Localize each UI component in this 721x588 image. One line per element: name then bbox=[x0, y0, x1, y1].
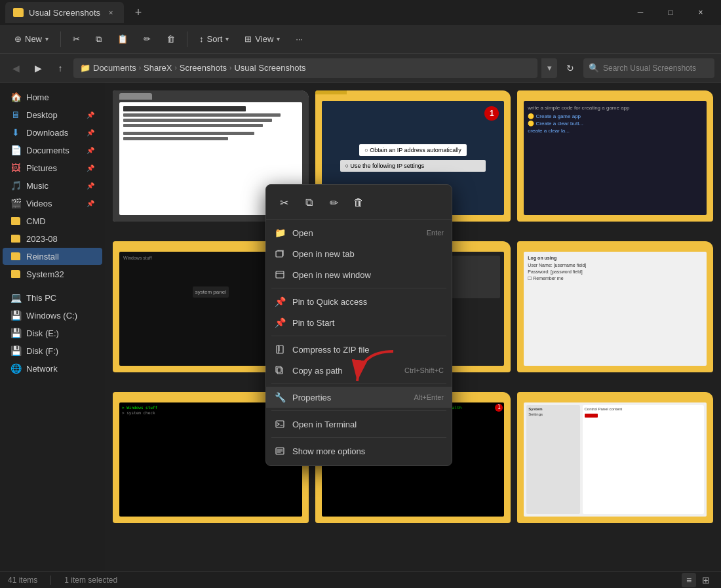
sidebar-item-downloads[interactable]: ⬇ Downloads 📌 bbox=[3, 124, 102, 141]
sidebar-item-windows-c[interactable]: 💾 Windows (C:) bbox=[3, 307, 102, 324]
ctx-new-window-icon bbox=[274, 269, 286, 281]
more-button[interactable]: ··· bbox=[289, 31, 309, 47]
sidebar-item-label: System32 bbox=[26, 269, 64, 279]
pin-icon-4: 📌 bbox=[87, 165, 94, 172]
address-dropdown-button[interactable]: ▾ bbox=[541, 58, 557, 78]
sidebar-item-this-pc[interactable]: 💻 This PC bbox=[3, 289, 102, 306]
refresh-button[interactable]: ↻ bbox=[561, 59, 579, 77]
folder-thumbnail-3[interactable]: write a simple code for creating a game … bbox=[517, 90, 713, 235]
pin-icon: 📌 bbox=[87, 111, 94, 119]
minimize-button[interactable]: ─ bbox=[625, 0, 655, 25]
path-segment-usual[interactable]: Usual Screenshots bbox=[234, 63, 305, 73]
copy-button[interactable]: ⧉ bbox=[89, 31, 108, 48]
sidebar-item-home[interactable]: 🏠 Home bbox=[3, 88, 102, 106]
nav-up-button[interactable]: ↑ bbox=[51, 59, 69, 77]
sidebar-item-label: Network bbox=[26, 364, 58, 374]
view-toggles: ≡ ⊞ bbox=[682, 573, 713, 587]
rename-button[interactable]: ✏ bbox=[137, 31, 157, 47]
new-tab-button[interactable]: + bbox=[129, 3, 147, 22]
cut-icon: ✂ bbox=[73, 34, 80, 44]
ctx-properties-icon: 🔧 bbox=[274, 391, 286, 403]
sidebar-item-disk-e[interactable]: 💾 Disk (E:) bbox=[3, 324, 102, 342]
network-icon: 🌐 bbox=[10, 363, 21, 374]
view-button[interactable]: ⊞ View ▾ bbox=[238, 31, 286, 47]
ctx-cut-button[interactable]: ✂ bbox=[274, 193, 294, 212]
sidebar-item-videos[interactable]: 🎬 Videos 📌 bbox=[3, 195, 102, 212]
sidebar-item-desktop[interactable]: 🖥 Desktop 📌 bbox=[3, 106, 102, 123]
active-tab[interactable]: Usual Screenshots × bbox=[5, 2, 124, 23]
red-arrow-indicator bbox=[347, 345, 400, 397]
ctx-delete-button[interactable]: 🗑 bbox=[349, 193, 368, 212]
folder-thumbnail-6[interactable]: Log on using User Name: [username field]… bbox=[517, 241, 713, 385]
selected-count: 1 item selected bbox=[64, 576, 117, 585]
ctx-open-terminal-label: Open in Terminal bbox=[292, 420, 357, 429]
ctx-pin-quick[interactable]: 📌 Pin to Quick access bbox=[266, 291, 452, 312]
ctx-copy-button[interactable]: ⧉ bbox=[299, 193, 319, 212]
path-segment-sharex[interactable]: ShareX bbox=[144, 63, 172, 73]
ctx-properties-shortcut: Alt+Enter bbox=[414, 393, 444, 401]
path-segment-documents[interactable]: Documents bbox=[93, 63, 136, 73]
toolbar: ⊕ New ▾ ✂ ⧉ 📋 ✏ 🗑 ↕ Sort ▾ ⊞ View ▾ ··· bbox=[0, 25, 721, 54]
paste-button[interactable]: 📋 bbox=[111, 31, 134, 47]
documents-icon: 📄 bbox=[10, 145, 21, 155]
sidebar-item-pictures[interactable]: 🖼 Pictures 📌 bbox=[3, 159, 102, 176]
delete-button[interactable]: 🗑 bbox=[160, 31, 182, 47]
new-button[interactable]: ⊕ New ▾ bbox=[8, 31, 55, 47]
nav-back-button[interactable]: ◀ bbox=[7, 59, 25, 77]
list-view-button[interactable]: ≡ bbox=[682, 573, 696, 587]
sidebar-item-cmd[interactable]: CMD bbox=[3, 212, 102, 229]
pin-icon-5: 📌 bbox=[87, 182, 94, 189]
sidebar-item-label: Disk (F:) bbox=[26, 346, 58, 356]
ctx-show-more[interactable]: Show more options bbox=[266, 441, 452, 461]
disk-f-icon: 💾 bbox=[10, 345, 21, 356]
pin-icon-2: 📌 bbox=[87, 129, 94, 136]
sidebar-item-disk-f[interactable]: 💾 Disk (F:) bbox=[3, 342, 102, 359]
sidebar-item-network[interactable]: 🌐 Network bbox=[3, 360, 102, 377]
close-button[interactable]: × bbox=[686, 0, 716, 25]
sidebar-item-2023-08[interactable]: 2023-08 bbox=[3, 230, 102, 247]
svg-rect-5 bbox=[276, 421, 284, 427]
ctx-show-more-icon bbox=[274, 445, 286, 457]
sidebar-item-label: This PC bbox=[26, 293, 56, 303]
nav-forward-button[interactable]: ▶ bbox=[29, 59, 47, 77]
sidebar-item-label: Documents bbox=[26, 146, 69, 155]
sort-label: Sort bbox=[207, 34, 223, 44]
tab-close-button[interactable]: × bbox=[106, 7, 116, 18]
sidebar-item-reinstall[interactable]: Reinstall bbox=[3, 248, 102, 265]
ctx-separator-2 bbox=[271, 336, 446, 336]
path-segment-screenshots[interactable]: Screenshots bbox=[180, 63, 227, 73]
sidebar-item-documents[interactable]: 📄 Documents 📌 bbox=[3, 142, 102, 159]
folder-thumbnail-9[interactable]: System Settings Control Panel content bbox=[517, 392, 713, 536]
ctx-open[interactable]: 📁 Open Enter bbox=[266, 222, 452, 243]
ctx-open-new-window[interactable]: Open in new window bbox=[266, 264, 452, 285]
rename-icon: ✏ bbox=[144, 34, 151, 44]
svg-rect-3 bbox=[277, 368, 283, 374]
sidebar-item-label: Home bbox=[26, 92, 49, 102]
sort-button[interactable]: ↕ Sort ▾ bbox=[193, 31, 235, 47]
toolbar-separator-1 bbox=[60, 31, 61, 47]
address-path[interactable]: 📁 Documents › ShareX › Screenshots › Usu… bbox=[73, 58, 537, 78]
grid-view-button[interactable]: ⊞ bbox=[699, 573, 713, 587]
ctx-copy-as-path-label: Copy as path bbox=[292, 366, 343, 376]
search-box[interactable]: 🔍 Search Usual Screenshots bbox=[583, 58, 714, 78]
ctx-pin-start[interactable]: 📌 Pin to Start bbox=[266, 312, 452, 333]
cut-button[interactable]: ✂ bbox=[66, 31, 87, 47]
ctx-rename-button[interactable]: ✏ bbox=[324, 193, 343, 212]
ctx-open-new-tab[interactable]: Open in new tab bbox=[266, 243, 452, 264]
search-placeholder: Search Usual Screenshots bbox=[603, 64, 696, 73]
titlebar: Usual Screenshots × + ─ □ × bbox=[0, 0, 721, 25]
sidebar-item-label: 2023-08 bbox=[26, 234, 58, 244]
ctx-open-new-window-label: Open in new window bbox=[292, 270, 371, 280]
sidebar-item-system32[interactable]: System32 bbox=[3, 265, 102, 283]
main-area: 🏠 Home 🖥 Desktop 📌 ⬇ Downloads 📌 📄 Docum… bbox=[0, 83, 721, 571]
ctx-open-terminal[interactable]: Open in Terminal bbox=[266, 414, 452, 435]
sidebar-item-music[interactable]: 🎵 Music 📌 bbox=[3, 177, 102, 194]
maximize-button[interactable]: □ bbox=[655, 0, 686, 25]
ctx-separator-5 bbox=[271, 437, 446, 438]
search-icon: 🔍 bbox=[589, 63, 599, 73]
disk-e-icon: 💾 bbox=[10, 328, 21, 338]
addressbar: ◀ ▶ ↑ 📁 Documents › ShareX › Screenshots… bbox=[0, 54, 721, 83]
sidebar-item-label: Pictures bbox=[26, 163, 57, 173]
ctx-copy-path-icon bbox=[274, 364, 286, 376]
ctx-separator-1 bbox=[271, 288, 446, 288]
